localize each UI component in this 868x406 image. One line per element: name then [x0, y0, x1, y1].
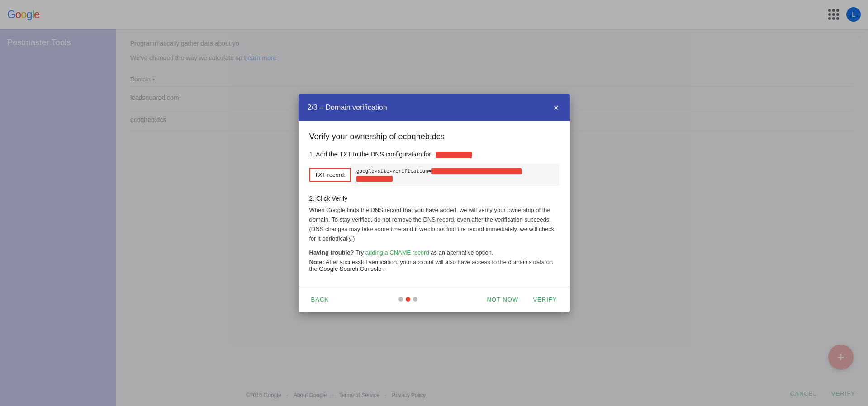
pagination-dot-2 [406, 297, 410, 302]
dialog-step-title: 2/3 – Domain verification [308, 104, 387, 112]
pagination-dots [398, 297, 417, 302]
dialog-footer-left: BACK [306, 293, 335, 307]
dialog-body: Verify your ownership of ecbqheb.dcs 1. … [299, 121, 570, 279]
redacted-hostname [436, 152, 472, 158]
redacted-txt-value [431, 168, 522, 174]
dialog-footer: BACK NOT NOW VERIFY [299, 287, 570, 312]
google-search-console-text: Google Search Console [319, 265, 381, 272]
txt-record-row: TXT record: google-site-verification= [309, 164, 559, 186]
note-line: Note: After successful verification, you… [309, 259, 559, 272]
step1-title: 1. Add the TXT to the DNS configuration … [309, 151, 559, 158]
not-now-button[interactable]: NOT NOW [481, 293, 524, 307]
step2-title: 2. Click Verify [309, 195, 559, 202]
trouble-suffix: as an alternative option. [431, 249, 493, 256]
txt-record-value[interactable]: google-site-verification= [351, 164, 559, 186]
back-button[interactable]: BACK [306, 293, 335, 307]
dialog-footer-right: NOT NOW VERIFY [481, 293, 562, 307]
dialog-header: 2/3 – Domain verification × [299, 94, 570, 121]
domain-verification-dialog: 2/3 – Domain verification × Verify your … [299, 94, 570, 312]
redacted-txt-value2 [356, 176, 393, 182]
dialog-close-button[interactable]: × [552, 101, 561, 114]
txt-record-label: TXT record: [309, 168, 351, 182]
dialog-main-title: Verify your ownership of ecbqheb.dcs [309, 132, 559, 142]
txt-value-line1: google-site-verification= [356, 168, 522, 174]
verify-button[interactable]: VERIFY [527, 293, 562, 307]
cname-record-link[interactable]: adding a CNAME record [365, 249, 429, 256]
trouble-line: Having trouble? Try adding a CNAME recor… [309, 249, 559, 256]
pagination-dot-1 [398, 297, 403, 302]
trouble-prefix: Having trouble? [309, 249, 354, 256]
note-suffix: . [383, 265, 385, 272]
pagination-dot-3 [413, 297, 417, 302]
note-prefix: Note: [309, 259, 324, 265]
modal-overlay: 2/3 – Domain verification × Verify your … [0, 0, 868, 406]
txt-value-line2 [356, 176, 393, 182]
step2-body: When Google finds the DNS record that yo… [309, 206, 559, 243]
trouble-text: Try [356, 249, 365, 256]
